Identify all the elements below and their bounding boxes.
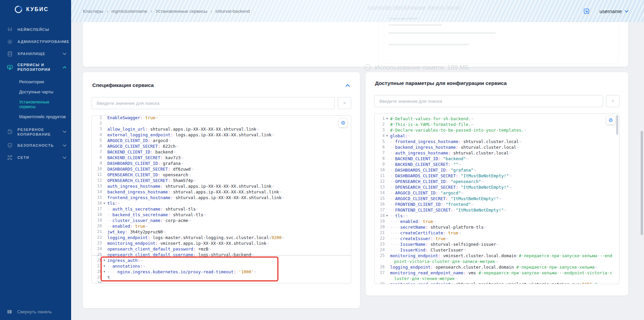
code-line: 28▾····nginx.ingress.kubernetes.io/proxy…	[92, 269, 351, 275]
line-number: 4	[95, 132, 102, 138]
editor-separator-line	[92, 255, 351, 256]
sidebar-item-services-repos[interactable]: СЕРВИСЫ И РЕПОЗИТОРИИ	[0, 60, 71, 75]
line-number: 3	[377, 127, 385, 133]
editor-scrollbar-thumb[interactable]	[616, 115, 618, 135]
code-line: 13··OPENSEARCH_CLIENT_SECRET:·"ItMustBeN…	[375, 184, 619, 190]
line-number: 28	[95, 269, 102, 275]
user-menu[interactable]: username	[599, 8, 629, 14]
fold-arrow-icon[interactable]: ▾	[102, 263, 107, 269]
code-line: 2#·This·is·a·YAML-formatted·file.¬	[375, 122, 619, 127]
spec-code-editor[interactable]: ⚙ 1EnableSwagger:·true¬23allow_login_url…	[92, 116, 351, 283]
open-external-icon[interactable]	[583, 8, 590, 15]
params-search-input[interactable]	[374, 95, 603, 107]
breadcrumb-item[interactable]: shturval-backend	[215, 9, 250, 14]
sidebar-item-available-charts[interactable]: Доступные чарты	[0, 87, 71, 97]
code-line: 21jwt_key:·3h4ty2ppruzN0¬	[92, 229, 351, 235]
line-number: 30	[95, 280, 102, 283]
code-line: 10DASHBOARDS_CLIENT_SECRET:·df6zuwd¬	[92, 166, 351, 172]
breadcrumb-item[interactable]: mgmtclustername	[111, 9, 147, 14]
service-spec-title: Спецификация сервиса	[92, 82, 154, 88]
spec-search-clear-button[interactable]: ×	[338, 97, 351, 109]
line-number: 17	[95, 206, 102, 212]
line-number: 20	[377, 224, 385, 230]
sidebar-item-storage[interactable]: ХРАНИЛИЩЕ	[0, 48, 71, 60]
sidebar-item-administration[interactable]: АДМИНИСТРИРОВАНИЕ	[0, 36, 71, 48]
code-line: 20····secretName:·shturval-platform-tls¬	[375, 224, 619, 230]
sidebar-item-networks[interactable]: СЕТИ	[0, 151, 71, 164]
sidebar-item-backup[interactable]: РЕЗЕРВНОЕ КОПИРОВАНИЕ	[0, 125, 71, 140]
collapse-panel-button[interactable]: Свернуть панель	[7, 309, 52, 315]
line-number: 5	[377, 139, 385, 144]
breadcrumb-separator: ›	[151, 9, 152, 14]
code-line: 26▾ingress_auth:¬	[92, 258, 351, 263]
params-search-clear-button[interactable]: ×	[606, 95, 620, 107]
sidebar: КУБИС НЕЙМСПЕЙСЫАДМИНИСТРИРОВАНИЕХРАНИЛИ…	[0, 0, 71, 320]
editor-settings-gear-icon[interactable]: ⚙	[606, 116, 615, 125]
fold-arrow-icon[interactable]: ▾	[102, 269, 107, 275]
line-number: 13	[95, 183, 102, 189]
service-spec-panel: Спецификация сервиса × ⚙ 1EnableSwagger:…	[83, 72, 360, 308]
fold-arrow-icon[interactable]: ▾	[385, 116, 389, 122]
line-number: 11	[95, 172, 102, 178]
sidebar-item-marketplace[interactable]: Маркетплейс продуктов	[0, 112, 71, 122]
collapse-section-icon[interactable]	[345, 83, 351, 88]
sidebar-item-label: СЕТИ	[17, 155, 58, 160]
code-line: 18▾··tls:¬	[375, 213, 619, 219]
collapse-panel-label: Свернуть панель	[17, 309, 52, 314]
code-line: 28monitoring_read_endpoint:·shturval-mon…	[375, 281, 619, 284]
line-number: 1	[95, 116, 102, 121]
code-line: 22logging_endpoint:·logs-master.shturval…	[92, 235, 351, 240]
editor-settings-gear-icon[interactable]: ⚙	[339, 119, 347, 127]
sidebar-item-label: СЕРВИСЫ И РЕПОЗИТОРИИ	[17, 62, 58, 72]
code-line: 3allow_login_url:·shturval.apps.ip-XX-XX…	[92, 126, 351, 132]
sidebar-item-repositories[interactable]: Репозитории	[0, 77, 71, 87]
chevron-down-icon	[63, 144, 66, 147]
page-scrollbar-thumb[interactable]	[641, 131, 643, 235]
code-line: 9DASHBOARDS_CLIENT_ID:·grafana¬	[92, 161, 351, 166]
chevron-down-icon	[63, 53, 66, 55]
breadcrumb: Кластеры›mgmtclustername›Установленные с…	[83, 9, 250, 14]
breadcrumb-item[interactable]: Установленные сервисы	[156, 9, 207, 14]
code-line: 15··ARGOCD_CLIENT_SECRET:·"ItMustBeNotEm…	[375, 196, 619, 201]
username-label: username	[599, 8, 622, 14]
code-line: 16··FRONTEND_CLIENT_ID:·"frontend"¬	[375, 201, 619, 207]
code-line: 12··OPENSEARCH_CLIENT_ID:·"opensearch"¬	[375, 179, 619, 184]
spec-search-input[interactable]	[92, 97, 335, 109]
line-number: 23	[377, 241, 385, 247]
fold-arrow-icon[interactable]: ▾	[102, 258, 107, 263]
code-line: 6··backend_ingress_hostname:·shturval.cl…	[375, 144, 619, 150]
line-number: 25	[377, 253, 385, 259]
storage-icon	[6, 50, 13, 57]
code-line: 5··frontend_ingress_hostname:·shturval.c…	[375, 139, 619, 144]
line-number: 9	[95, 161, 102, 166]
sidebar-item-security[interactable]: БЕЗОПАСНОСТЬ	[0, 139, 71, 151]
code-line: 18··backend_tls_secretname:·shturval-tls…	[92, 212, 351, 218]
line-number: 7	[95, 149, 102, 155]
sidebar-item-installed-services[interactable]: Установленные сервисы	[0, 97, 71, 112]
line-number: 11	[377, 173, 385, 179]
code-line: 14backend_ingress_hostname:·shturval.app…	[92, 189, 351, 195]
fold-arrow-icon[interactable]: ▾	[102, 200, 107, 206]
sidebar-item-label: РЕЗЕРВНОЕ КОПИРОВАНИЕ	[17, 127, 58, 137]
app-logo[interactable]: КУБИС	[0, 0, 71, 19]
code-line: 9··BACKEND_CLIENT_SECRET:·""¬	[375, 162, 619, 167]
code-line: 4external_logging_endpoint:·logs.apps.ip…	[92, 132, 351, 138]
chevron-up-icon	[63, 66, 66, 68]
line-number: 19	[377, 219, 385, 224]
code-line: 14··ARGOCD_CLIENT_ID:·"argocd"¬	[375, 190, 619, 196]
fold-arrow-icon[interactable]: ▾	[385, 133, 389, 139]
code-line: 7BACKEND_CLIENT_ID:·backend¬	[92, 149, 351, 155]
code-line: 25monitoring_endpoint:·vminsert.cluster.…	[375, 253, 619, 264]
sidebar-item-namespaces[interactable]: НЕЙМСПЕЙСЫ	[0, 24, 71, 36]
chevron-down-icon	[625, 10, 629, 13]
code-line: 17··auth_tls_secretname:·shturval-tls¬	[92, 206, 351, 212]
code-line: 11··DASHBOARDS_CLIENT_SECRET:·"ItMustBeN…	[375, 173, 619, 179]
breadcrumb-item[interactable]: Кластеры	[83, 9, 103, 14]
collapse-panel-icon	[7, 309, 12, 315]
line-number: 5	[95, 138, 102, 143]
line-number: 20	[95, 223, 102, 229]
logo-icon	[13, 4, 24, 15]
fold-arrow-icon[interactable]: ▾	[385, 213, 389, 219]
code-line: 8··BACKEND_CLIENT_ID:·"backend"¬	[375, 156, 619, 162]
params-code-editor[interactable]: ⚙ 1▾#·Default·values·for·sh-backend.¬2#·…	[374, 113, 620, 284]
